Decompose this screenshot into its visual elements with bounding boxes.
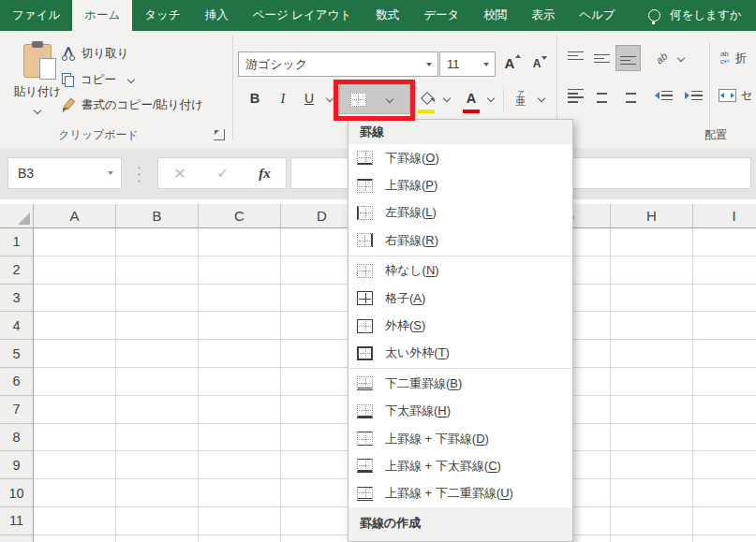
lightbulb-icon [648, 9, 660, 22]
menu-item-border-S[interactable]: 外枠(S) [348, 312, 572, 339]
menu-item-border-P[interactable]: 上罫線(P) [348, 171, 572, 198]
copy-button[interactable]: コピー [62, 69, 134, 90]
menu-item-border-C[interactable]: 上罫線 + 下太罫線(C) [348, 452, 572, 479]
menu-item-border-H[interactable]: 下太罫線(H) [348, 398, 572, 425]
tab-2[interactable]: タッチ [132, 0, 192, 31]
column-header-I[interactable]: I [693, 204, 756, 227]
menu-item-border-D[interactable]: 上罫線 + 下罫線(D) [348, 425, 572, 452]
tab-3[interactable]: 挿入 [193, 0, 241, 31]
small-divider [503, 87, 504, 111]
row-header-7[interactable]: 7 [0, 396, 33, 424]
clipboard-paste-icon [23, 44, 52, 78]
tab-6[interactable]: データ [411, 0, 471, 31]
clipboard-dialog-launcher-icon[interactable] [214, 129, 225, 140]
tab-5[interactable]: 数式 [363, 0, 411, 31]
wrap-text-button[interactable]: abc↵ 折 [715, 45, 752, 71]
row-header-5[interactable]: 5 [0, 340, 33, 368]
phonetic-dropdown-button[interactable] [534, 84, 549, 112]
row-header-partial[interactable] [0, 535, 33, 542]
insert-function-icon[interactable]: fx [259, 166, 271, 182]
column-header-C[interactable]: C [199, 204, 281, 227]
column-header-B[interactable]: B [116, 204, 199, 227]
increase-indent-button[interactable] [680, 82, 706, 109]
menu-separator [349, 368, 571, 369]
bottom-align-button[interactable] [615, 45, 641, 71]
dropdown-arrow-icon[interactable] [483, 63, 489, 66]
menu-item-border-A[interactable]: 格子(A) [348, 285, 572, 312]
name-box-value: B3 [8, 166, 108, 181]
menu-item-label: 右罫線(R) [385, 232, 438, 249]
bold-button[interactable]: B [244, 84, 266, 112]
increase-font-size-button[interactable]: A [497, 51, 522, 75]
tab-4[interactable]: ページ レイアウト [241, 0, 364, 31]
cancel-icon[interactable]: ✕ [173, 165, 185, 183]
tab-9[interactable]: ヘルプ [567, 0, 627, 31]
menu-item-border-T[interactable]: 太い外枠(T) [348, 340, 572, 367]
tab-1[interactable]: ホーム [72, 0, 132, 31]
menu-item-border-B[interactable]: 下二重罫線(B) [348, 370, 572, 397]
orientation-button[interactable]: ab [650, 45, 673, 71]
name-box-dropdown-icon[interactable] [108, 171, 113, 175]
tab-file[interactable]: ファイル [0, 0, 72, 31]
align-left-button[interactable] [563, 82, 588, 109]
select-all-corner[interactable] [0, 204, 34, 228]
row-header-10[interactable]: 10 [0, 479, 33, 507]
menu-item-border-O[interactable]: 下罫線(O) [348, 144, 572, 171]
align-center-icon [594, 87, 610, 104]
menu-item-border-L[interactable]: 左罫線(L) [348, 199, 572, 227]
row-header-6[interactable]: 6 [0, 368, 33, 396]
border-outside-icon [357, 319, 373, 333]
align-right-button[interactable] [615, 82, 641, 109]
menu-item-label: 枠なし(N) [385, 262, 439, 279]
name-box[interactable]: B3 [7, 157, 122, 189]
tell-me-label: 何をしますか [670, 7, 741, 23]
dropdown-arrow-icon[interactable] [426, 63, 432, 66]
decrease-indent-button[interactable] [650, 82, 676, 109]
tab-7[interactable]: 校閲 [471, 0, 519, 31]
menu-item-label: 下太罫線(H) [385, 403, 451, 419]
fill-color-dropdown-button[interactable] [439, 84, 454, 112]
column-header-H[interactable]: H [611, 204, 693, 227]
alignment-group-label: 配置 [692, 127, 739, 143]
cut-button[interactable]: 切り取り [62, 43, 129, 64]
formula-bar-splitter[interactable] [138, 165, 141, 183]
borders-button[interactable] [339, 84, 410, 114]
border-right-icon [357, 233, 373, 247]
format-painter-button[interactable]: 書式のコピー/貼り付け [62, 95, 203, 115]
underline-button[interactable]: U [298, 84, 320, 112]
menu-item-border-U[interactable]: 上罫線 + 下二重罫線(U) [348, 480, 572, 507]
menu-item-border-R[interactable]: 右罫線(R) [348, 227, 572, 254]
column-header-A[interactable]: A [34, 204, 116, 227]
row-header-11[interactable]: 11 [0, 507, 33, 535]
row-header-4[interactable]: 4 [0, 312, 33, 340]
orientation-dropdown-button[interactable] [674, 45, 689, 71]
underline-dropdown-button[interactable] [322, 84, 337, 112]
row-header-8[interactable]: 8 [0, 424, 33, 452]
phonetic-guide-button[interactable]: ア 亜 [509, 84, 533, 112]
font-size-combobox[interactable]: 11 [439, 51, 496, 77]
middle-align-button[interactable] [589, 45, 615, 71]
paste-button[interactable]: 貼り付け [13, 38, 62, 136]
tab-8[interactable]: 表示 [519, 0, 567, 31]
fill-color-button[interactable] [416, 84, 438, 112]
top-align-button[interactable] [563, 45, 588, 71]
excel-window: ファイルホームタッチ挿入ページ レイアウト数式データ校閲表示ヘルプ 何をしますか… [0, 0, 756, 542]
menu-item-label: 上罫線(P) [385, 177, 437, 194]
tell-me[interactable]: 何をしますか [648, 0, 741, 31]
italic-button[interactable]: I [272, 84, 294, 112]
merge-center-button[interactable]: セ [715, 82, 756, 109]
enter-icon[interactable]: ✓ [216, 165, 229, 182]
font-color-dropdown-button[interactable] [483, 84, 498, 112]
row-header-9[interactable]: 9 [0, 451, 33, 479]
menu-item-border-N[interactable]: 枠なし(N) [348, 257, 572, 285]
border-menu-items: 下罫線(O)上罫線(P)左罫線(L)右罫線(R)枠なし(N)格子(A)外枠(S)… [348, 144, 572, 507]
fill-color-bar [418, 110, 435, 113]
align-center-button[interactable] [589, 82, 615, 109]
decrease-font-size-button[interactable]: A [525, 51, 549, 75]
row-headers: 1234567891011 [0, 228, 34, 542]
font-name-combobox[interactable]: 游ゴシック [238, 51, 438, 77]
row-header-2[interactable]: 2 [0, 256, 33, 285]
font-color-button[interactable]: A [460, 84, 482, 112]
row-header-1[interactable]: 1 [0, 228, 33, 256]
row-header-3[interactable]: 3 [0, 285, 33, 313]
